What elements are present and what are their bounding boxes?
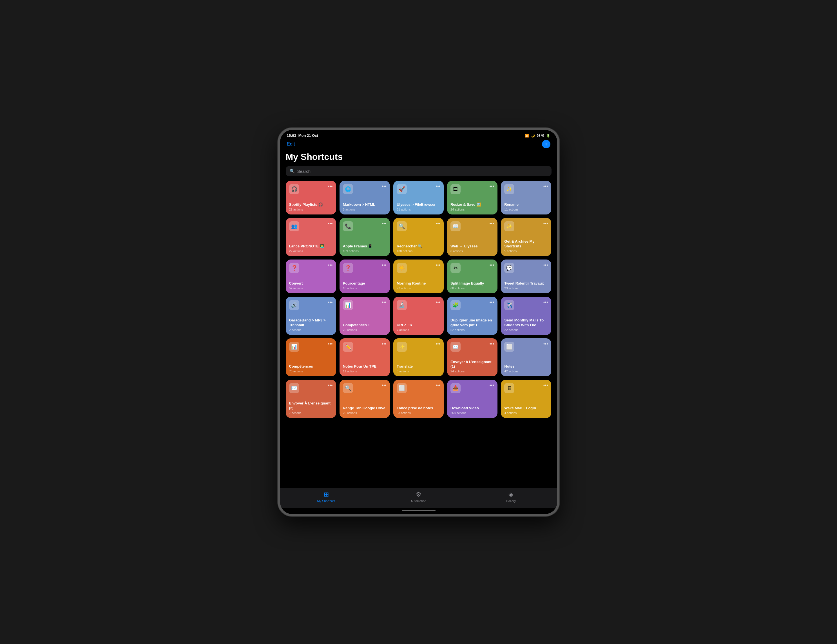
card-menu[interactable]: ••• (543, 221, 548, 226)
card-menu[interactable]: ••• (489, 221, 494, 226)
card-bottom: Lance prise de notes 53 actions (397, 406, 440, 415)
card-menu[interactable]: ••• (328, 383, 333, 388)
card-menu[interactable]: ••• (435, 263, 440, 267)
card-menu[interactable]: ••• (543, 263, 548, 267)
add-button[interactable]: + (542, 140, 550, 148)
shortcut-card[interactable]: ❓ ••• Convert 57 actions (286, 259, 336, 293)
edit-button[interactable]: Edit (287, 141, 295, 147)
shortcut-card[interactable]: 👥 ••• Lance PRONOTE 👨‍💻 22 actions (286, 218, 336, 256)
card-name: Rename (504, 202, 548, 207)
card-menu[interactable]: ••• (382, 300, 387, 305)
card-name: Web → Ulysses (450, 244, 494, 249)
card-menu[interactable]: ••• (543, 383, 548, 388)
shortcut-card[interactable]: ✏️ ••• Notes Pour Un TPE 11 actions (340, 338, 390, 377)
card-name: Download Video (450, 406, 494, 411)
card-bottom: Web → Ulysses 8 actions (450, 244, 494, 253)
card-bottom: Wake Mac + Login 4 actions (504, 406, 548, 415)
card-menu[interactable]: ••• (489, 184, 494, 188)
card-top: ✈️ ••• (504, 300, 548, 310)
card-actions: 268 actions (450, 411, 494, 415)
card-top: 🌐 ••• (343, 184, 387, 194)
tab-shortcuts[interactable]: ⊞ My Shortcuts (280, 491, 373, 503)
shortcut-card[interactable]: 🎧 ••• Spotify Playlists 🎧 29 actions (286, 181, 336, 215)
card-actions: 24 actions (450, 208, 494, 211)
card-top: ✨ ••• (504, 221, 548, 231)
shortcut-card[interactable]: 🌐 ••• Markdown > HTML 5 actions (340, 181, 390, 215)
card-menu[interactable]: ••• (328, 221, 333, 226)
tab-automation[interactable]: ⚙ Automation (373, 491, 465, 503)
card-menu[interactable]: ••• (489, 263, 494, 267)
status-left: 15:03 Mon 21 Oct (287, 133, 318, 138)
shortcut-card[interactable]: 📞 ••• Apple Frames 📱 109 actions (340, 218, 390, 256)
card-actions: 31 actions (397, 208, 440, 211)
card-bottom: Compétences 1 70 actions (343, 323, 387, 331)
shortcut-card[interactable]: ✨ ••• Translate 3 actions (393, 338, 444, 377)
card-menu[interactable]: ••• (489, 342, 494, 346)
card-menu[interactable]: ••• (543, 300, 548, 305)
card-menu[interactable]: ••• (382, 221, 387, 226)
shortcut-card[interactable]: ☀️ ••• Morning Routine 97 actions (393, 259, 444, 293)
card-name: Compétences (289, 364, 333, 369)
card-name: Resize & Save 🖼️ (450, 202, 494, 207)
shortcut-card[interactable]: ✉️ ••• Envoyer à L'enseignant (1) 24 act… (447, 338, 497, 377)
card-actions: 3 actions (397, 370, 440, 373)
card-menu[interactable]: ••• (435, 184, 440, 188)
card-top: ✏️ ••• (343, 342, 387, 352)
shortcut-card[interactable]: 📊 ••• Compétences 1 70 actions (340, 297, 390, 335)
tab-label-gallery: Gallery (506, 499, 516, 503)
shortcut-card[interactable]: 🔍 ••• Rechercher 🔍 138 actions (393, 218, 444, 256)
card-icon: 🎧 (289, 184, 299, 194)
shortcut-card[interactable]: 🖼 ••• Resize & Save 🖼️ 24 actions (447, 181, 497, 215)
shortcut-card[interactable]: 🖥 ••• Wake Mac + Login 4 actions (501, 380, 551, 418)
card-menu[interactable]: ••• (543, 184, 548, 188)
card-menu[interactable]: ••• (543, 342, 548, 346)
shortcut-card[interactable]: ✉️ ••• Envoyer À L'enseignant (2) 7 acti… (286, 380, 336, 418)
shortcut-card[interactable]: ⬜ ••• Lance prise de notes 53 actions (393, 380, 444, 418)
shortcut-card[interactable]: ⬜ ••• Notes 42 actions (501, 338, 551, 377)
card-menu[interactable]: ••• (435, 300, 440, 305)
card-menu[interactable]: ••• (382, 263, 387, 267)
card-menu[interactable]: ••• (489, 383, 494, 388)
shortcut-card[interactable]: ✨ ••• Get & Archive My Shortcuts 5 actio… (501, 218, 551, 256)
card-menu[interactable]: ••• (382, 383, 387, 388)
shortcut-card[interactable]: ✨ ••• Rename 11 actions (501, 181, 551, 215)
card-icon: ✈️ (504, 300, 514, 310)
shortcut-card[interactable]: 🚀 ••• Ulysses > FileBrowser 31 actions (393, 181, 444, 215)
card-bottom: Pourcentage 18 actions (343, 281, 387, 290)
card-menu[interactable]: ••• (328, 184, 333, 188)
shortcut-card[interactable]: ✈️ ••• Send Monthly Mails To Students Wi… (501, 297, 551, 335)
shortcut-card[interactable]: 🔬 ••• URLZ.FR 7 actions (393, 297, 444, 335)
shortcut-card[interactable]: 💬 ••• Tweet Ralentir Travaux 23 actions (501, 259, 551, 293)
card-menu[interactable]: ••• (435, 221, 440, 226)
card-menu[interactable]: ••• (328, 300, 333, 305)
card-actions: 52 actions (450, 328, 494, 331)
shortcut-card[interactable]: ✂ ••• Split Image Equally 68 actions (447, 259, 497, 293)
card-icon: ⬜ (504, 342, 514, 352)
shortcut-card[interactable]: 📥 ••• Download Video 268 actions (447, 380, 497, 418)
card-actions: 5 actions (343, 208, 387, 211)
card-menu[interactable]: ••• (435, 342, 440, 346)
card-top: 📊 ••• (343, 300, 387, 310)
shortcut-card[interactable]: 📖 ••• Web → Ulysses 8 actions (447, 218, 497, 256)
shortcut-card[interactable]: 🔍 ••• Range Ton Google Drive 26 actions (340, 380, 390, 418)
search-bar[interactable]: 🔍 Search (286, 166, 551, 176)
shortcut-card[interactable]: 🔊 ••• GarageBand > MP3 > Transmit 2 acti… (286, 297, 336, 335)
card-icon: ☀️ (397, 263, 407, 273)
card-menu[interactable]: ••• (489, 300, 494, 305)
card-menu[interactable]: ••• (328, 263, 333, 267)
ipad-frame: 15:03 Mon 21 Oct 📶 🌙 98 % 🔋 Edit + My Sh… (278, 128, 560, 516)
card-menu[interactable]: ••• (382, 184, 387, 188)
tab-gallery[interactable]: ◈ Gallery (465, 491, 557, 503)
card-actions: 22 actions (504, 328, 548, 331)
card-menu[interactable]: ••• (382, 342, 387, 346)
card-actions: 97 actions (397, 287, 440, 290)
tab-icon-automation: ⚙ (416, 491, 422, 498)
card-menu[interactable]: ••• (328, 342, 333, 346)
card-bottom: Lance PRONOTE 👨‍💻 22 actions (289, 244, 333, 253)
card-top: 🖥 ••• (504, 383, 548, 393)
card-menu[interactable]: ••• (435, 383, 440, 388)
shortcut-card[interactable]: ❓ ••• Pourcentage 18 actions (340, 259, 390, 293)
shortcut-card[interactable]: 🧩 ••• Dupliquer une image en grille vers… (447, 297, 497, 335)
card-icon: 📊 (343, 300, 353, 310)
shortcut-card[interactable]: 📊 ••• Compétences 70 actions (286, 338, 336, 377)
